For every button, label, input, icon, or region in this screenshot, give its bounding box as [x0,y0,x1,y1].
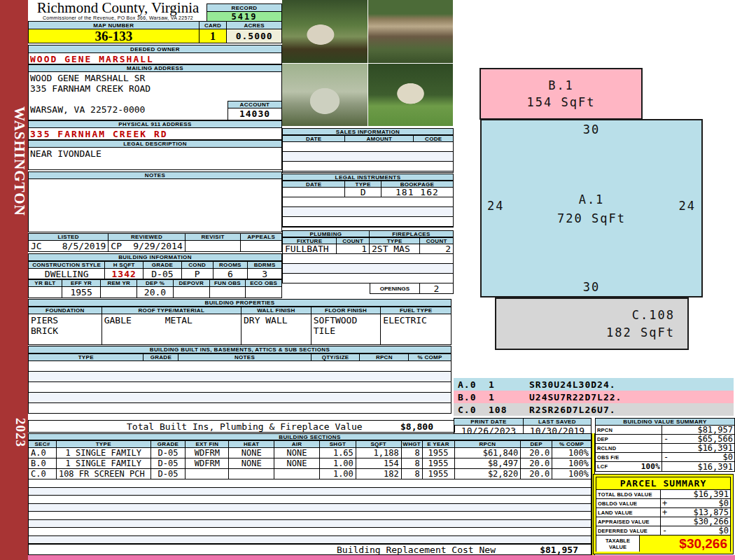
dep-pct-label: DEP % [137,280,174,286]
property-photo-2[interactable] [368,0,453,63]
building-information-label: BUILDING INFORMATION [28,253,282,261]
yrblt-value [29,287,62,298]
built-ins-qty-label: QTY/SIZE [312,354,360,360]
account-value: 14030 [227,108,282,120]
bs-a-heat: NONE [229,448,274,458]
bs-b-shgt: 1.00 [320,458,356,468]
replacement-cost-label: Building Replacement Cost New [337,545,496,555]
ps-taxable-value: $30,266 [679,536,727,552]
bs-c-comp: 100% [552,469,591,479]
sketch-b1-sqft: 154 SqFt [527,94,596,111]
bs-c-shgt: 1.00 [320,469,356,479]
building-sections-footer: Building Replacement Cost New $81,957 [28,545,592,555]
bs-c-grade: D-05 [151,469,186,479]
funobs-label: FUN OBS [210,280,246,286]
building-section-row-a: A.0 1 SINGLE FAMILY D-05 WDFRM NONE NONE… [28,448,592,458]
bvs-row-lcf: LCF100% $16,391 [596,462,734,471]
bvs-rpcn-label: RPCN [596,426,662,434]
bvs-lcf-value: $16,391 [697,462,733,472]
property-photo-1[interactable] [282,0,368,63]
building-info-headers-2: YR BLT EFF YR REM YR DEP % DEPOVR FUN OB… [28,279,282,287]
bs-a-comp: 100% [552,448,591,458]
acres-value: 0.5000 [227,29,281,43]
reviewed-value: CP 9/29/2014 [108,241,185,251]
bs-a-extfin: WDFRM [186,448,229,458]
foundation-value: PIERS BRICK [29,314,102,344]
legend-a-qty: 1 [489,379,529,390]
ps-deferred-op: - [662,526,667,536]
bs-air-label: AIR [274,441,320,447]
ps-row-deferred: DEFERRED VALUE - $0 [596,526,730,536]
card-label: CARD [200,22,227,29]
revisit-label: REVISIT [186,234,241,240]
bs-c-sec: C.0 [29,469,57,479]
wall-finish-label: WALL FINISH [241,307,312,314]
sketch-section-c108: C.108 182 SqFt [495,298,689,350]
bs-a-eyear: 1955 [423,448,455,458]
sales-information-label: SALES INFORMATION [282,128,454,135]
built-ins-grade-label: GRADE [144,354,178,360]
county-subtitle: Commissioner of the Revenue, PO Box 366,… [29,15,206,20]
county-header: Richmond County, Virginia Commissioner o… [29,1,206,21]
li-bookpage-value: 181 162 [382,188,453,197]
bs-shgt-label: SHGT [320,441,356,447]
property-photo-4[interactable] [368,64,453,126]
bs-sec-label: SEC# [29,441,57,447]
building-sections-label: BUILDING SECTIONS [28,433,592,440]
physical-address-label: PHYSICAL 911 ADDRESS [28,120,282,128]
bs-c-eyear: 1955 [423,469,455,479]
floor-finish-line1: SOFTWOOD [314,315,358,326]
legend-row-a: A.0 1 SR30U24L30D24. [454,378,734,391]
county-title: Richmond County, Virginia [29,1,206,15]
bs-rpcn-label: RPCN [455,441,522,447]
bvs-obs-value: $0 [723,452,733,462]
mailing-address-label: MAILING ADDRESS [28,64,282,72]
built-ins-headers: TYPE GRADE NOTES QTY/SIZE RPCN % COMP [28,354,451,361]
bs-a-sec: A.0 [29,448,57,458]
bs-c-sqft: 182 [356,469,402,479]
mailing-line2: 335 FARNHAM CREEK ROAD [30,83,280,94]
floor-finish-value: SOFTWOOD TILE [312,314,382,344]
parcel-summary-title: PARCEL SUMMARY [596,477,730,490]
account-label: ACCOUNT [227,101,282,108]
bs-b-sec: B.0 [29,458,57,468]
bs-a-rpcn: $61,840 [455,448,522,458]
bvs-obs-label: OBS F/E [596,453,662,461]
bvs-dep-op: - [664,434,668,444]
building-properties-headers: FOUNDATION ROOF TYPE/MATERIAL WALL FINIS… [28,307,451,314]
legend-row-b: B.0 1 U24SU7R22D7L22. [454,391,734,403]
bs-whgt-label: WHGT [402,441,423,447]
plumbing-fireplaces-headers: PLUMBING FIREPLACES [282,230,454,237]
sketch-section-a1: 30 24 24 30 A.1 720 SqFt [480,119,703,298]
openings-row: OPENINGS 2 [370,284,454,294]
openings-value: 2 [420,284,453,293]
rooms-label: ROOMS [214,262,248,268]
sketch-a1-dim-bottom: 30 [482,280,701,294]
ps-land-op: + [662,507,667,517]
legend-b-trace: U24SU7R22D7L22. [529,392,622,402]
listed-date: 8/5/2019 [62,241,106,251]
map-card-acres-headers: MAP NUMBER CARD ACRES [28,21,282,29]
bs-b-type: 1 SINGLE FAMILY [57,458,151,468]
legal-instruments-label: LEGAL INSTRUMENTS [282,174,454,181]
bdrms-value: 3 [248,269,281,279]
ps-deferred-label: DEFERRED VALUE [596,526,661,535]
building-info-values-1: DWELLING 1342 D-05 P 6 3 [28,269,282,279]
fuel-type-label: FUEL TYPE [381,307,451,314]
bs-heat-label: HEAT [229,441,274,447]
dep-pct-value: 20.0 [137,287,174,298]
ps-appraised-value: $30,266 [693,517,729,526]
bs-c-extfin [186,469,229,479]
fuel-type-value: ELECTRIC [381,314,451,344]
reviewed-label: REVIEWED [108,234,185,240]
bvs-lcf-label: LCF100% [596,462,662,471]
legend-c-trace: R2SR26D7L26U7. [529,405,616,415]
bs-b-grade: D-05 [151,458,186,468]
bvs-row-obs: OBS F/E - $0 [596,453,734,462]
bs-a-grade: D-05 [151,448,186,458]
sketch-legend: A.0 1 SR30U24L30D24. B.0 1 U24SU7R22D7L2… [454,378,734,416]
property-photo-3[interactable] [282,64,368,126]
notes-label: NOTES [28,172,282,179]
building-properties-values: PIERS BRICK GABLE METAL DRY WALL SOFTWOO… [28,314,451,345]
map-number-value: 36-133 [29,29,200,43]
